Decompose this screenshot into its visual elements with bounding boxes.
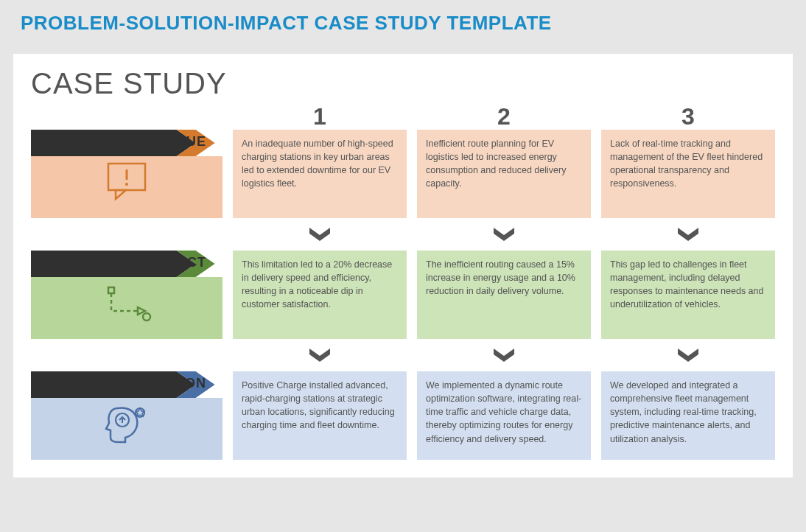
chevron-down-icon (494, 228, 514, 241)
page-title: PROBLEM-SOLUTION-IMPACT CASE STUDY TEMPL… (0, 0, 806, 54)
case-study-grid: 1 2 3 ISSUE An inadequate number of high… (31, 103, 775, 460)
chevron-down-icon (309, 349, 330, 362)
row-header-solution: SOLUTION (31, 371, 222, 460)
solution-cell-3: We developed and integrated a comprehens… (601, 371, 775, 460)
column-number-2: 2 (417, 103, 591, 130)
row-label-solution: SOLUTION (132, 376, 206, 391)
chevron-down-icon (678, 349, 698, 362)
down-arrow-1 (233, 218, 407, 251)
case-study-card: CASE STUDY 1 2 3 ISSUE An inadequate num… (13, 54, 793, 477)
row-header-issue: ISSUE (31, 130, 222, 218)
idea-head-icon (103, 402, 150, 448)
impact-cell-2: The inefficient routing caused a 15% inc… (417, 251, 591, 339)
svg-rect-4 (108, 287, 114, 293)
column-number-1: 1 (233, 103, 407, 130)
down-arrow-5 (417, 339, 591, 371)
row-label-impact: IMPACT (152, 255, 206, 270)
down-arrow-2 (417, 218, 591, 251)
card-title: CASE STUDY (31, 67, 775, 100)
chevron-down-icon (678, 228, 698, 241)
row-label-issue: ISSUE (163, 134, 206, 150)
issue-cell-2: Inefficient route planning for EV logist… (417, 130, 591, 218)
row-header-impact: IMPACT (31, 251, 222, 339)
svg-point-3 (125, 183, 128, 186)
svg-marker-1 (116, 190, 126, 199)
chevron-down-icon (309, 228, 330, 241)
down-arrow-3 (601, 218, 775, 251)
impact-cell-1: This limitation led to a 20% decrease in… (233, 251, 407, 339)
solution-cell-2: We implemented a dynamic route optimizat… (417, 371, 591, 460)
down-arrow-4 (233, 339, 407, 371)
down-arrow-6 (601, 339, 775, 371)
chevron-down-icon (494, 349, 514, 362)
impact-cell-3: This gap led to challenges in fleet mana… (601, 251, 775, 339)
column-number-3: 3 (601, 103, 775, 130)
route-path-icon (101, 281, 153, 323)
alert-speech-icon (104, 161, 150, 202)
svg-point-6 (143, 313, 150, 321)
issue-cell-3: Lack of real-time tracking and managemen… (601, 130, 775, 218)
issue-cell-1: An inadequate number of high-speed charg… (233, 130, 407, 218)
solution-cell-1: Positive Charge installed advanced, rapi… (233, 371, 407, 460)
